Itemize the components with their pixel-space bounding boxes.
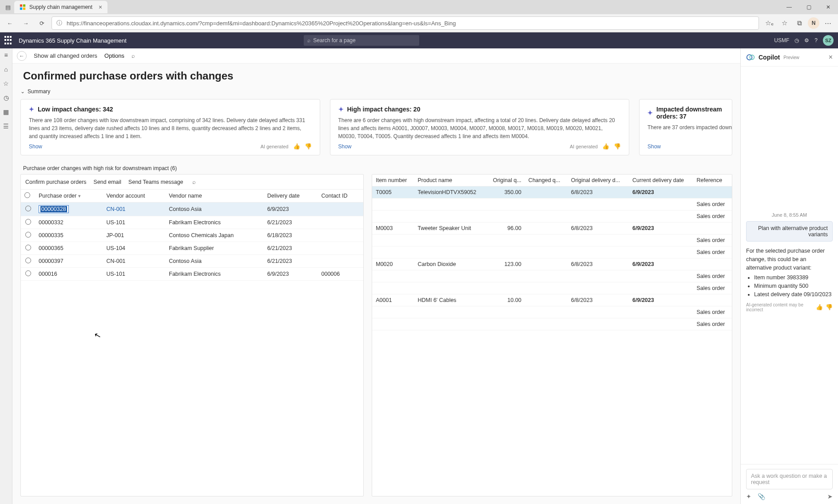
thumbs-down-icon[interactable]: 👎 (826, 304, 833, 310)
table-row[interactable]: 00000397 CN-001 Contoso Asia 6/21/2023 (21, 255, 363, 268)
table-row[interactable]: 00000335 JP-001 Contoso Chemicals Japan … (21, 229, 363, 242)
col-changed-qty[interactable]: Changed q... (525, 175, 568, 187)
card-show-link[interactable]: Show (647, 143, 661, 150)
table-row[interactable]: Sales order (372, 318, 732, 330)
thumbs-up-icon[interactable]: 👍 (816, 304, 823, 310)
cell-po[interactable]: 00000332 (35, 216, 103, 229)
col-purchase-order[interactable]: Purchase order▾ (35, 190, 103, 202)
notifications-icon[interactable]: ◷ (794, 37, 799, 44)
cell-ref[interactable] (693, 294, 732, 306)
thumbs-up-icon[interactable]: 👍 (293, 143, 300, 150)
cell-item[interactable] (372, 282, 414, 294)
thumbs-down-icon[interactable]: 👎 (614, 143, 621, 150)
summary-expander[interactable]: ⌄ Summary (12, 87, 740, 96)
thumbs-down-icon[interactable]: 👎 (305, 143, 312, 150)
user-avatar[interactable]: SZ (823, 35, 834, 46)
action-show-all[interactable]: Show all changed orders (34, 52, 97, 59)
cell-vendor-account[interactable]: US-101 (103, 216, 166, 229)
table-row[interactable]: Sales order (372, 234, 732, 246)
profile-avatar[interactable]: N (808, 17, 819, 29)
window-minimize-icon[interactable]: — (779, 0, 799, 14)
app-launcher-icon[interactable] (4, 36, 13, 45)
global-search[interactable]: ⌕ Search for a page (304, 35, 419, 46)
card-show-link[interactable]: Show (29, 143, 42, 150)
cell-vendor-account[interactable]: JP-001 (103, 229, 166, 242)
col-product-name[interactable]: Product name (414, 175, 486, 187)
address-bar[interactable]: ⓘ https://financeoperations.cloudax.int.… (52, 16, 759, 30)
cell-ref[interactable] (693, 258, 732, 270)
cell-ref[interactable]: Sales order (693, 270, 732, 282)
sparkle-icon[interactable]: ✦ (746, 493, 751, 500)
cell-vendor-account[interactable]: US-101 (103, 268, 166, 281)
table-row[interactable]: Sales order (372, 246, 732, 258)
cell-item[interactable] (372, 246, 414, 258)
company-picker[interactable]: USMF (774, 37, 789, 44)
table-row[interactable]: 00000332 US-101 Fabrikam Electronics 6/2… (21, 216, 363, 229)
col-vendor-name[interactable]: Vendor name (165, 190, 264, 202)
copilot-close-icon[interactable]: × (829, 53, 833, 61)
cell-item[interactable] (372, 270, 414, 282)
cell-item[interactable]: A0001 (372, 294, 414, 306)
cell-ref[interactable]: Sales order (693, 210, 732, 222)
col-delivery-date[interactable]: Delivery date (264, 190, 318, 202)
col-reference[interactable]: Reference (693, 175, 732, 187)
close-tab-icon[interactable]: × (99, 4, 102, 11)
settings-icon[interactable]: ⚙ (804, 37, 809, 44)
thumbs-up-icon[interactable]: 👍 (602, 143, 609, 150)
action-search-icon[interactable]: ⌕ (131, 52, 135, 59)
row-radio[interactable] (25, 258, 31, 263)
table-row[interactable]: Sales order (372, 306, 732, 318)
cell-ref[interactable]: Sales order (693, 318, 732, 330)
cell-po[interactable]: 00000397 (35, 255, 103, 268)
cell-vendor-account[interactable]: CN-001 (103, 202, 166, 216)
cell-vendor-account[interactable]: CN-001 (103, 255, 166, 268)
row-radio[interactable] (25, 232, 31, 238)
cell-ref[interactable]: Sales order (693, 198, 732, 210)
forward-icon[interactable]: → (20, 17, 32, 29)
table-row[interactable]: Sales order (372, 210, 732, 222)
col-original-qty[interactable]: Original q... (486, 175, 524, 187)
tab-strip-icon[interactable]: ▤ (4, 0, 12, 14)
cell-vendor-account[interactable]: US-104 (103, 242, 166, 255)
cell-ref[interactable] (693, 222, 732, 234)
nav-workspace-icon[interactable]: ▦ (2, 108, 10, 116)
cell-ref[interactable]: Sales order (693, 306, 732, 318)
cell-po[interactable]: 00000328 (35, 202, 103, 216)
copilot-input[interactable]: Ask a work question or make a request (746, 469, 833, 489)
cell-item[interactable] (372, 306, 414, 318)
cell-ref[interactable]: Sales order (693, 282, 732, 294)
grid-search-icon[interactable]: ⌕ (192, 179, 196, 185)
table-row[interactable]: Sales order (372, 270, 732, 282)
attach-icon[interactable]: 📎 (758, 493, 765, 500)
col-item-number[interactable]: Item number (372, 175, 414, 187)
col-contact-id[interactable]: Contact ID (318, 190, 363, 202)
row-radio[interactable] (25, 219, 31, 225)
favorites-icon[interactable]: ☆ (778, 16, 791, 30)
help-icon[interactable]: ? (814, 37, 818, 44)
cell-item[interactable] (372, 198, 414, 210)
reading-list-icon[interactable]: ☆ₑ (763, 16, 776, 30)
nav-modules-icon[interactable]: ☰ (2, 122, 10, 130)
table-row[interactable]: 00000328 CN-001 Contoso Asia 6/9/2023 (21, 202, 363, 216)
table-row[interactable]: 000016 US-101 Fabrikam Electronics 6/9/2… (21, 268, 363, 281)
cell-item[interactable]: T0005 (372, 187, 414, 198)
row-radio[interactable] (25, 270, 31, 276)
table-row[interactable]: T0005 TelevisionHDTVX59052 350.00 6/8/20… (372, 187, 732, 198)
site-info-icon[interactable]: ⓘ (56, 19, 62, 27)
cell-item[interactable] (372, 318, 414, 330)
nav-home-icon[interactable]: ⌂ (2, 65, 10, 73)
cell-item[interactable]: M0020 (372, 258, 414, 270)
table-row[interactable]: A0001 HDMI 6' Cables 10.00 6/8/2023 6/9/… (372, 294, 732, 306)
confirm-po-button[interactable]: Confirm purchase orders (25, 179, 87, 185)
cell-item[interactable] (372, 234, 414, 246)
cell-po[interactable]: 000016 (35, 268, 103, 281)
collections-icon[interactable]: ⧉ (793, 16, 806, 30)
cell-po[interactable]: 00000365 (35, 242, 103, 255)
browser-menu-icon[interactable]: ⋯ (821, 16, 834, 30)
cell-po[interactable]: 00000335 (35, 229, 103, 242)
send-email-button[interactable]: Send email (94, 179, 122, 185)
window-maximize-icon[interactable]: ▢ (799, 0, 818, 14)
cell-item[interactable] (372, 210, 414, 222)
row-radio[interactable] (25, 245, 31, 250)
cell-ref[interactable]: Sales order (693, 234, 732, 246)
